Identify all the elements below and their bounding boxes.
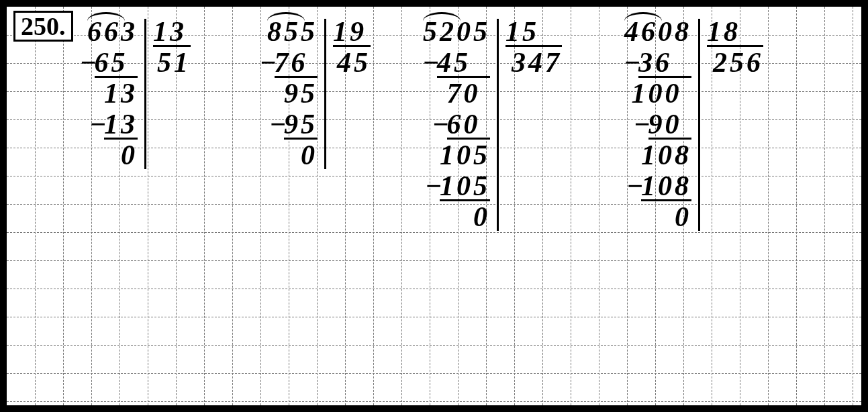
arc-icon [87,12,125,23]
dividend: 663 [87,16,138,47]
division-bar [698,19,700,231]
divisor: 15 [505,16,562,47]
division-bar [144,19,146,169]
subtract-row: 60 − [447,109,491,140]
quotient: 256 [713,47,763,78]
arc-icon [624,12,662,23]
subtract-row: 13− [104,109,138,140]
subtract-row: 45 − [437,47,490,78]
division-bar [324,19,326,169]
arc-icon [423,12,461,23]
subtract-row: 108− [641,170,691,201]
minus-icon: − [260,47,279,78]
minus-icon: − [425,170,444,201]
result-row: 0 [121,140,138,170]
result-row: 95 [284,78,318,109]
result-row: 105 [440,140,490,170]
result-row: 13 [104,78,138,109]
minus-icon: − [624,47,643,78]
result-row: 0 [301,140,318,170]
dividend: 5205 [423,16,490,47]
result-row: 100 [632,78,692,109]
worksheet-frame: 250. 66365 −1313−0135185576 −9595−019455… [0,0,868,412]
minus-icon: − [89,109,109,140]
minus-icon: − [432,109,452,140]
subtract-row: 90 − [648,109,692,140]
exercise-number-badge: 250. [13,11,73,42]
minus-icon: − [422,47,442,78]
divisor: 19 [333,16,371,47]
minus-icon: − [80,47,99,78]
quotient: 45 [337,47,371,78]
result-row: 70 [447,78,491,109]
result-row: 0 [675,201,691,232]
dividend: 4608 [624,16,691,47]
dividend: 855 [267,16,318,47]
subtract-row: 95− [284,109,318,140]
subtract-row: 105− [440,170,490,201]
subtract-row: 36 − [638,47,691,78]
minus-icon: − [634,109,653,140]
division-problem: 85576 −9595−01945 [267,16,371,170]
division-problem: 520545 −70 60 −105105−015347 [423,16,562,232]
division-problem: 460836 −100 90 −108108−018256 [624,16,763,232]
divisor: 13 [153,16,191,47]
quotient: 347 [512,47,562,78]
quotient: 51 [157,47,191,78]
subtract-row: 76 − [275,47,318,78]
division-bar [497,19,499,231]
minus-icon: − [269,109,289,140]
divisor: 18 [707,16,763,47]
result-row: 0 [473,201,490,232]
division-problem: 66365 −1313−01351 [87,16,191,170]
subtract-row: 65 − [95,47,138,78]
arc-icon [267,12,305,23]
result-row: 108 [641,140,691,170]
minus-icon: − [626,170,646,201]
